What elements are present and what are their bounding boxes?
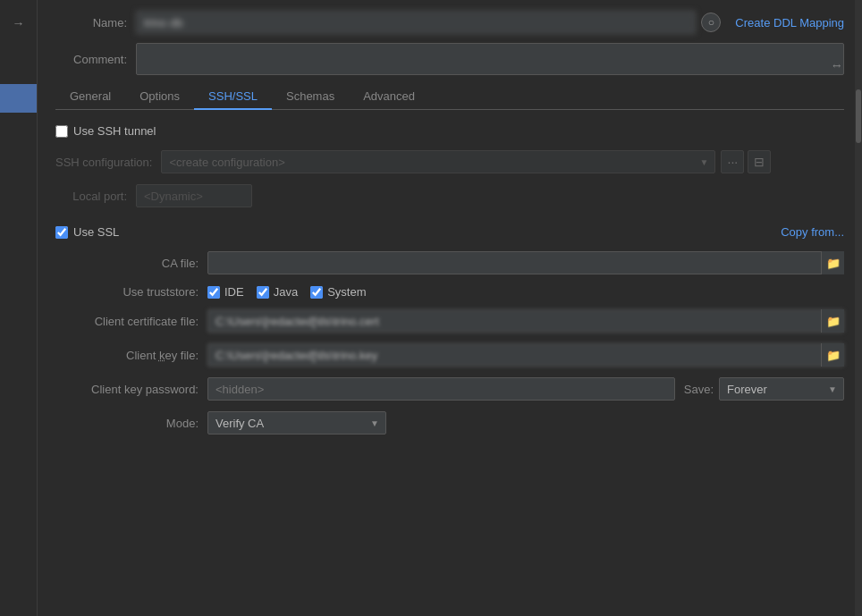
ca-file-input-wrap: 📁 xyxy=(207,251,844,274)
truststore-ide-label[interactable]: IDE xyxy=(224,285,244,299)
client-key-label: Client key file: xyxy=(55,349,207,362)
ssh-config-select[interactable]: <create configuration> xyxy=(161,150,715,173)
name-action-button[interactable]: ○ xyxy=(701,13,721,32)
ssh-config-edit-button[interactable]: ··· xyxy=(721,150,744,173)
use-ssh-tunnel-row: Use SSH tunnel xyxy=(55,124,844,138)
use-ssl-checkbox[interactable] xyxy=(55,226,68,239)
sidebar-arrow[interactable]: → xyxy=(13,16,25,30)
sidebar: → xyxy=(0,0,38,616)
save-select[interactable]: Forever Until restart Never xyxy=(719,377,844,401)
ca-file-input[interactable] xyxy=(207,251,844,274)
sidebar-active-indicator xyxy=(0,84,37,113)
truststore-ide-checkbox[interactable] xyxy=(207,286,220,299)
tab-options[interactable]: Options xyxy=(125,84,194,110)
ssh-config-select-wrapper: <create configuration> ▼ xyxy=(161,150,715,173)
client-cert-input-wrap: 📁 xyxy=(207,309,844,333)
ca-file-label: CA file: xyxy=(55,257,207,270)
comment-input[interactable] xyxy=(136,43,844,75)
scrollbar[interactable] xyxy=(855,0,862,616)
mode-select[interactable]: Verify CA Full None xyxy=(207,411,386,435)
ssh-config-label: SSH configuration: xyxy=(55,156,161,169)
client-key-password-input[interactable] xyxy=(207,377,675,401)
mode-select-wrapper: Verify CA Full None ▼ xyxy=(207,411,386,435)
create-ddl-link[interactable]: Create DDL Mapping xyxy=(735,16,844,30)
comment-row: Comment: ⤢ xyxy=(55,43,844,75)
ca-file-browse-button[interactable]: 📁 xyxy=(821,251,844,274)
use-ssh-label[interactable]: Use SSH tunnel xyxy=(73,124,156,138)
client-cert-label: Client certificate file: xyxy=(55,315,207,328)
truststore-system-checkbox[interactable] xyxy=(310,286,323,299)
client-key-input-wrap: 📁 xyxy=(207,343,844,367)
copy-from-link[interactable]: Copy from... xyxy=(781,225,844,239)
tab-advanced[interactable]: Advanced xyxy=(349,84,429,110)
truststore-java-checkbox[interactable] xyxy=(257,286,269,299)
use-ssl-header-row: Use SSL Copy from... xyxy=(55,225,844,239)
truststore-java-label[interactable]: Java xyxy=(274,285,298,299)
use-truststore-row: Use truststore: IDE Java System xyxy=(55,285,844,299)
mode-row: Mode: Verify CA Full None ▼ xyxy=(55,411,844,435)
local-port-label: Local port: xyxy=(55,190,136,203)
truststore-system: System xyxy=(310,285,366,299)
tabs: General Options SSH/SSL Schemas Advanced xyxy=(55,84,844,110)
comment-wrap: ⤢ xyxy=(136,43,844,75)
truststore-options: IDE Java System xyxy=(207,285,366,299)
use-ssl-checkbox-row: Use SSL xyxy=(55,225,119,239)
use-ssl-label: Use SSL xyxy=(73,225,119,239)
use-truststore-label: Use truststore: xyxy=(55,285,207,299)
save-label: Save: xyxy=(684,383,714,396)
truststore-ide: IDE xyxy=(207,285,244,299)
client-key-browse-button[interactable]: 📁 xyxy=(821,343,844,367)
truststore-system-label[interactable]: System xyxy=(327,285,366,299)
comment-label: Comment: xyxy=(55,53,136,66)
name-row: Name: ○ Create DDL Mapping xyxy=(55,11,844,34)
ssh-config-row: SSH configuration: <create configuration… xyxy=(55,150,844,173)
scrollbar-thumb[interactable] xyxy=(856,89,861,143)
tab-ssh-ssl[interactable]: SSH/SSL xyxy=(194,84,272,110)
save-select-wrapper: Forever Until restart Never ▼ xyxy=(719,377,844,401)
name-label: Name: xyxy=(55,16,136,30)
name-input-wrap: ○ xyxy=(136,11,721,34)
tab-schemas[interactable]: Schemas xyxy=(272,84,349,110)
client-cert-browse-button[interactable]: 📁 xyxy=(821,309,844,333)
use-ssh-checkbox[interactable] xyxy=(55,125,68,138)
local-port-input[interactable] xyxy=(136,184,252,207)
truststore-java: Java xyxy=(257,285,298,299)
tab-general[interactable]: General xyxy=(55,84,125,110)
ssh-config-copy-button[interactable]: ⊟ xyxy=(748,150,771,173)
local-port-row: Local port: xyxy=(55,184,844,207)
client-cert-input[interactable] xyxy=(207,309,844,333)
client-key-input[interactable] xyxy=(207,343,844,367)
main-content: Name: ○ Create DDL Mapping Comment: ⤢ Ge… xyxy=(38,0,862,616)
client-key-password-row: Client key password: Save: Forever Until… xyxy=(55,377,844,401)
mode-label: Mode: xyxy=(55,417,207,430)
client-cert-row: Client certificate file: 📁 xyxy=(55,309,844,333)
client-key-row: Client key file: 📁 xyxy=(55,343,844,367)
client-key-password-label: Client key password: xyxy=(55,383,207,396)
tab-content-ssh-ssl: Use SSH tunnel SSH configuration: <creat… xyxy=(55,110,844,435)
name-input[interactable] xyxy=(136,11,696,34)
ca-file-row: CA file: 📁 xyxy=(55,251,844,274)
